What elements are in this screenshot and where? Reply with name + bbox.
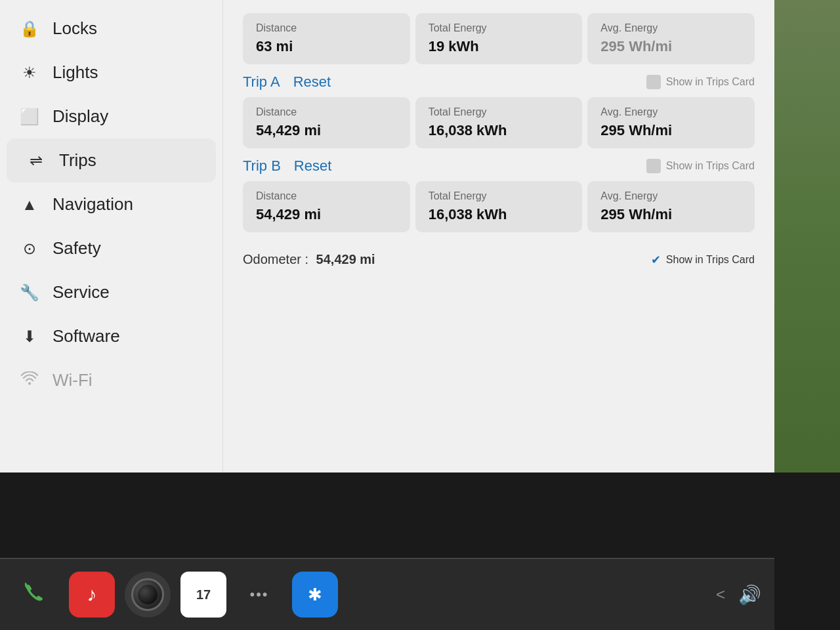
sidebar-item-safety[interactable]: ⊙ Safety <box>0 226 222 270</box>
lifetime-energy-value: 19 kWh <box>429 38 570 55</box>
trip-b-energy-value: 16,038 kWh <box>429 206 570 223</box>
sidebar-item-wifi[interactable]: Wi-Fi <box>0 358 222 402</box>
bluetooth-button[interactable]: ✱ <box>292 572 338 618</box>
sidebar-label-lights: Lights <box>52 62 98 83</box>
checkmark-icon: ✔ <box>651 253 661 267</box>
chevron-left-icon[interactable]: < <box>716 585 725 604</box>
trip-b-avg-box: Avg. Energy 295 Wh/mi <box>587 181 755 232</box>
main-screen: 🔒 Locks ☀ Lights ⬜ Display ⇌ Trips ▲ Nav… <box>0 0 774 472</box>
sidebar-item-locks[interactable]: 🔒 Locks <box>0 7 222 51</box>
lifetime-avg-label: Avg. Energy <box>600 22 742 34</box>
trip-b-distance-label: Distance <box>256 190 397 202</box>
lifetime-distance-box: Distance 63 mi <box>243 13 410 64</box>
trips-content: Distance 63 mi Total Energy 19 kWh Avg. … <box>223 0 774 472</box>
trip-b-energy-box: Total Energy 16,038 kWh <box>415 181 583 232</box>
window-background <box>774 0 840 472</box>
navigation-icon: ▲ <box>20 196 39 214</box>
camera-lens <box>131 578 164 611</box>
music-button[interactable]: ♪ <box>69 572 115 618</box>
trip-a-header: Trip A Reset Show in Trips Card <box>243 74 755 91</box>
more-icon: ••• <box>249 586 268 603</box>
taskbar: ♪ 17 ••• ✱ < 🔊 <box>0 558 774 630</box>
lifetime-avg-box: Avg. Energy 295 Wh/mi <box>587 13 755 64</box>
lifetime-energy-box: Total Energy 19 kWh <box>415 13 583 64</box>
trip-b-checkbox[interactable] <box>646 159 661 173</box>
sidebar-label-navigation: Navigation <box>52 194 133 215</box>
safety-icon: ⊙ <box>20 240 39 258</box>
sidebar-label-safety: Safety <box>52 238 101 259</box>
trip-b-distance-box: Distance 54,429 mi <box>243 181 410 232</box>
sidebar-label-locks: Locks <box>52 18 97 39</box>
trip-b-avg-value: 295 Wh/mi <box>600 206 742 223</box>
sidebar-label-service: Service <box>52 282 110 303</box>
calendar-date: 17 <box>196 587 211 602</box>
trip-a-show-trips: Show in Trips Card <box>646 75 755 89</box>
trip-a-energy-label: Total Energy <box>429 106 570 118</box>
sidebar-item-service[interactable]: 🔧 Service <box>0 270 222 314</box>
odometer-show-label: Show in Trips Card <box>666 254 755 266</box>
trip-b-energy-label: Total Energy <box>429 190 570 202</box>
volume-icon[interactable]: 🔊 <box>738 584 761 606</box>
sidebar: 🔒 Locks ☀ Lights ⬜ Display ⇌ Trips ▲ Nav… <box>0 0 223 472</box>
odometer-label: Odometer : 54,429 mi <box>243 252 375 267</box>
trip-a-distance-value: 54,429 mi <box>256 122 397 139</box>
trip-a-checkbox[interactable] <box>646 75 661 89</box>
calendar-button[interactable]: 17 <box>180 572 226 618</box>
trip-a-title: Trip A <box>243 74 280 91</box>
trip-a-energy-value: 16,038 kWh <box>429 122 570 139</box>
odometer-value: 54,429 mi <box>316 252 375 266</box>
camera-button[interactable] <box>125 572 171 618</box>
trip-b-show-label: Show in Trips Card <box>666 160 755 172</box>
software-icon: ⬇ <box>20 327 39 346</box>
display-icon: ⬜ <box>20 108 39 126</box>
trip-b-stats-row: Distance 54,429 mi Total Energy 16,038 k… <box>243 181 755 232</box>
sidebar-label-wifi: Wi-Fi <box>52 370 93 390</box>
lock-icon: 🔒 <box>20 20 39 38</box>
lights-icon: ☀ <box>20 64 39 82</box>
phone-button[interactable] <box>13 572 59 618</box>
lifetime-avg-value: 295 Wh/mi <box>600 38 742 55</box>
trips-icon: ⇌ <box>26 152 46 170</box>
trip-b-reset[interactable]: Reset <box>294 158 331 175</box>
lifetime-distance-label: Distance <box>256 22 397 34</box>
trip-a-avg-value: 295 Wh/mi <box>600 122 742 139</box>
trip-a-energy-box: Total Energy 16,038 kWh <box>415 97 583 148</box>
trip-a-avg-box: Avg. Energy 295 Wh/mi <box>587 97 755 148</box>
more-button[interactable]: ••• <box>236 572 282 618</box>
odometer-row: Odometer : 54,429 mi ✔ Show in Trips Car… <box>243 245 755 274</box>
bluetooth-icon: ✱ <box>308 585 322 605</box>
sidebar-item-software[interactable]: ⬇ Software <box>0 314 222 358</box>
sidebar-label-display: Display <box>52 106 108 127</box>
sidebar-item-trips[interactable]: ⇌ Trips <box>7 138 216 182</box>
trip-a-distance-box: Distance 54,429 mi <box>243 97 410 148</box>
music-icon: ♪ <box>87 583 97 606</box>
camera-lens-inner <box>138 585 158 604</box>
lifetime-distance-value: 63 mi <box>256 38 397 55</box>
trip-b-distance-value: 54,429 mi <box>256 206 397 223</box>
trip-a-avg-label: Avg. Energy <box>600 106 742 118</box>
odometer-show-trips[interactable]: ✔ Show in Trips Card <box>651 253 755 267</box>
lifetime-stats-row: Distance 63 mi Total Energy 19 kWh Avg. … <box>243 13 755 64</box>
trip-b-avg-label: Avg. Energy <box>600 190 742 202</box>
trip-a-stats-row: Distance 54,429 mi Total Energy 16,038 k… <box>243 97 755 148</box>
sidebar-item-lights[interactable]: ☀ Lights <box>0 51 222 94</box>
service-icon: 🔧 <box>20 284 39 302</box>
sidebar-label-software: Software <box>52 326 120 346</box>
trip-b-header: Trip B Reset Show in Trips Card <box>243 158 755 175</box>
lifetime-energy-label: Total Energy <box>429 22 570 34</box>
svg-point-0 <box>28 382 31 385</box>
trip-b-show-trips: Show in Trips Card <box>646 159 755 173</box>
sidebar-item-navigation[interactable]: ▲ Navigation <box>0 182 222 226</box>
taskbar-right: < 🔊 <box>716 584 761 606</box>
trip-b-title: Trip B <box>243 158 281 175</box>
trip-a-distance-label: Distance <box>256 106 397 118</box>
trip-a-reset[interactable]: Reset <box>293 74 331 91</box>
sidebar-label-trips: Trips <box>59 150 96 171</box>
wifi-icon <box>20 371 39 390</box>
sidebar-item-display[interactable]: ⬜ Display <box>0 94 222 138</box>
trip-a-show-label: Show in Trips Card <box>666 76 755 88</box>
